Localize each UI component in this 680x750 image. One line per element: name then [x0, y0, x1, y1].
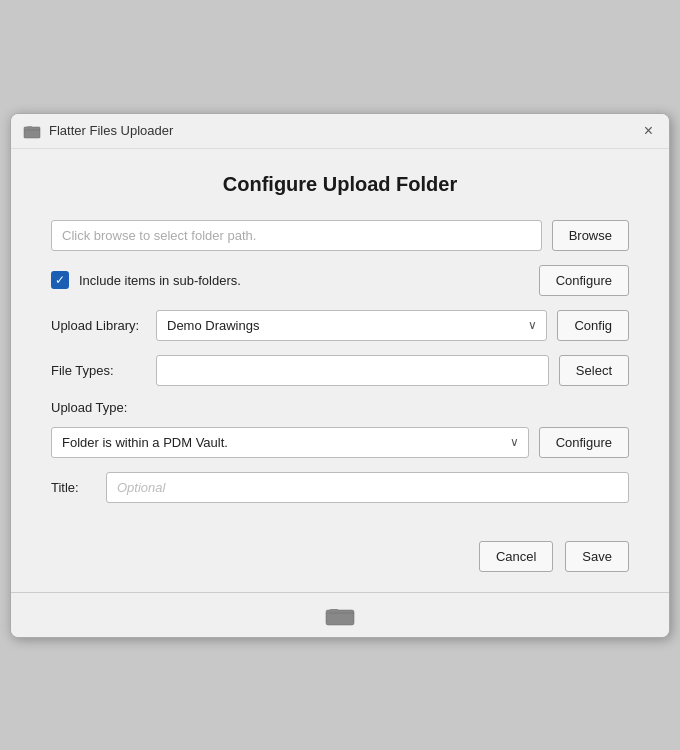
upload-type-section: Upload Type: Folder is within a PDM Vaul… — [51, 400, 629, 458]
upload-type-label: Upload Type: — [51, 400, 629, 415]
footer — [11, 592, 669, 637]
dialog-button-row: Cancel Save — [51, 533, 629, 572]
dialog-title: Configure Upload Folder — [51, 173, 629, 196]
configure-button-1[interactable]: Configure — [539, 265, 629, 296]
select-button[interactable]: Select — [559, 355, 629, 386]
title-input[interactable] — [106, 472, 629, 503]
config-button[interactable]: Config — [557, 310, 629, 341]
cancel-button[interactable]: Cancel — [479, 541, 553, 572]
browse-button[interactable]: Browse — [552, 220, 629, 251]
upload-type-select[interactable]: Folder is within a PDM Vault. — [51, 427, 529, 458]
main-window: Flatter Files Uploader × Configure Uploa… — [10, 113, 670, 638]
upload-type-row: Folder is within a PDM Vault. ∨ Configur… — [51, 427, 629, 458]
folder-path-input[interactable] — [51, 220, 542, 251]
checkbox-check-icon: ✓ — [55, 274, 65, 286]
file-types-input[interactable] — [156, 355, 549, 386]
upload-library-row: Upload Library: Demo Drawings ∨ Config — [51, 310, 629, 341]
upload-library-label: Upload Library: — [51, 318, 146, 333]
file-types-label: File Types: — [51, 363, 146, 378]
titlebar: Flatter Files Uploader × — [11, 114, 669, 149]
window-title: Flatter Files Uploader — [49, 123, 173, 138]
upload-library-select[interactable]: Demo Drawings — [156, 310, 547, 341]
configure-button-2[interactable]: Configure — [539, 427, 629, 458]
footer-folder-icon — [324, 603, 356, 627]
close-button[interactable]: × — [640, 123, 657, 139]
upload-library-select-wrapper: Demo Drawings ∨ — [156, 310, 547, 341]
folder-path-row: Browse — [51, 220, 629, 251]
titlebar-left: Flatter Files Uploader — [23, 122, 173, 140]
title-field-row: Title: — [51, 472, 629, 503]
window-icon — [23, 122, 41, 140]
title-label: Title: — [51, 480, 96, 495]
save-button[interactable]: Save — [565, 541, 629, 572]
file-types-row: File Types: Select — [51, 355, 629, 386]
subfolder-checkbox-row: ✓ Include items in sub-folders. Configur… — [51, 265, 629, 296]
dialog-content: Configure Upload Folder Browse ✓ Include… — [11, 149, 669, 592]
include-subfolders-checkbox[interactable]: ✓ — [51, 271, 69, 289]
upload-type-select-wrapper: Folder is within a PDM Vault. ∨ — [51, 427, 529, 458]
subfolder-label: Include items in sub-folders. — [79, 273, 529, 288]
